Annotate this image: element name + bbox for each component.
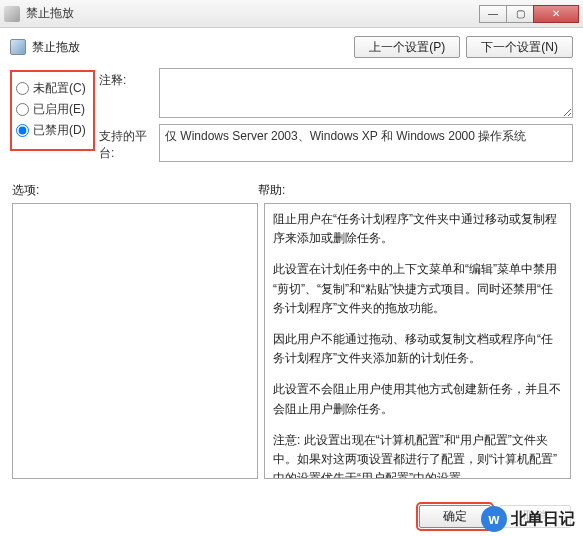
dialog-content: 禁止拖放 上一个设置(P) 下一个设置(N) 未配置(C) 已启用(E) 已禁用… — [0, 28, 583, 479]
next-setting-button[interactable]: 下一个设置(N) — [466, 36, 573, 58]
help-p3: 因此用户不能通过拖动、移动或复制文档或程序向“任务计划程序”文件夹添加新的计划任… — [273, 330, 562, 368]
section-labels: 选项: 帮助: — [10, 182, 573, 199]
help-p5: 注意: 此设置出现在“计算机配置”和“用户配置”文件夹中。如果对这两项设置都进行… — [273, 431, 562, 479]
radio-enabled-label: 已启用(E) — [33, 101, 85, 118]
radio-enabled-input[interactable] — [16, 103, 29, 116]
window-controls: — ▢ ✕ — [480, 5, 579, 23]
fields-column: 注释: 支持的平台: 仅 Windows Server 2003、Windows… — [95, 68, 573, 168]
radio-column: 未配置(C) 已启用(E) 已禁用(D) — [10, 68, 95, 168]
platform-value: 仅 Windows Server 2003、Windows XP 和 Windo… — [159, 124, 573, 162]
ok-button[interactable]: 确定 — [419, 505, 491, 528]
radio-not-configured[interactable]: 未配置(C) — [16, 80, 89, 97]
options-label: 选项: — [12, 182, 258, 199]
cancel-button[interactable]: 取消 — [499, 505, 571, 528]
policy-icon — [10, 39, 26, 55]
radio-not-configured-input[interactable] — [16, 82, 29, 95]
platform-row: 支持的平台: 仅 Windows Server 2003、Windows XP … — [99, 124, 573, 162]
platform-label: 支持的平台: — [99, 124, 159, 162]
app-icon — [4, 6, 20, 22]
comment-label: 注释: — [99, 68, 159, 118]
minimize-button[interactable]: — — [479, 5, 507, 23]
window-title: 禁止拖放 — [26, 5, 480, 22]
radio-disabled-input[interactable] — [16, 124, 29, 137]
radio-disabled[interactable]: 已禁用(D) — [16, 122, 89, 139]
help-label: 帮助: — [258, 182, 571, 199]
help-pane[interactable]: 阻止用户在“任务计划程序”文件夹中通过移动或复制程序来添加或删除任务。 此设置在… — [264, 203, 571, 479]
body-row: 未配置(C) 已启用(E) 已禁用(D) 注释: 支持的平台: 仅 Window… — [10, 68, 573, 168]
help-p4: 此设置不会阻止用户使用其他方式创建新任务，并且不会阻止用户删除任务。 — [273, 380, 562, 418]
help-p1: 阻止用户在“任务计划程序”文件夹中通过移动或复制程序来添加或删除任务。 — [273, 210, 562, 248]
prev-setting-button[interactable]: 上一个设置(P) — [354, 36, 460, 58]
close-button[interactable]: ✕ — [533, 5, 579, 23]
panes: 阻止用户在“任务计划程序”文件夹中通过移动或复制程序来添加或删除任务。 此设置在… — [10, 203, 573, 479]
state-radio-group: 未配置(C) 已启用(E) 已禁用(D) — [10, 70, 95, 151]
help-p2: 此设置在计划任务中的上下文菜单和“编辑”菜单中禁用“剪切”、“复制”和“粘贴”快… — [273, 260, 562, 318]
policy-title: 禁止拖放 — [32, 39, 348, 56]
titlebar: 禁止拖放 — ▢ ✕ — [0, 0, 583, 28]
radio-disabled-label: 已禁用(D) — [33, 122, 86, 139]
comment-textarea[interactable] — [159, 68, 573, 118]
comment-row: 注释: — [99, 68, 573, 118]
radio-not-configured-label: 未配置(C) — [33, 80, 86, 97]
options-pane[interactable] — [12, 203, 258, 479]
radio-enabled[interactable]: 已启用(E) — [16, 101, 89, 118]
header-row: 禁止拖放 上一个设置(P) 下一个设置(N) — [10, 36, 573, 58]
maximize-button[interactable]: ▢ — [506, 5, 534, 23]
footer: 确定 取消 — [0, 505, 583, 528]
